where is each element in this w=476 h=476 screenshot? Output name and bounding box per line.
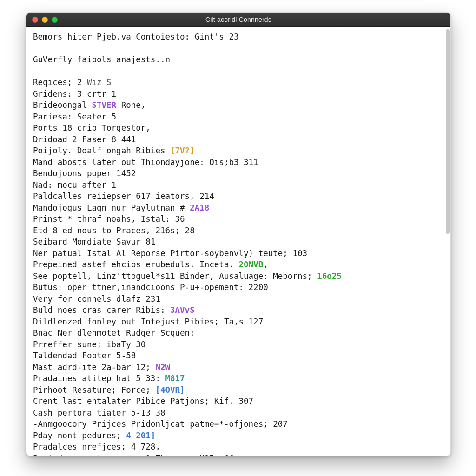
- terminal-line: Ports 18 crip Torgestor,: [33, 122, 438, 134]
- terminal-segment: Poijoly. Doalf ongah Ribies: [33, 146, 170, 155]
- terminal-line: GuVerfly faibols anajests..n: [33, 54, 438, 66]
- terminal-line: Mand abosts later out Thiondayjone: Ois;…: [33, 157, 438, 168]
- terminal-segment: Crent last entalater Pibice Patjons; Kif…: [33, 397, 253, 406]
- terminal-line: Pirhoot Resature; Force; [4OVR]: [33, 384, 438, 396]
- terminal-line: Bnac Ner dlenmotet Rudger Scquen:: [33, 327, 438, 339]
- terminal-segment: Gridens: 3 crtr 1: [33, 89, 116, 99]
- terminal-line: Prreffer sune; ibaTy 30: [33, 339, 438, 350]
- terminal-segment: Cash pertora tiater 5-13 38: [33, 408, 165, 417]
- terminal-segment: Bendojoons poper 1452: [33, 169, 136, 178]
- terminal-segment: Ner patual Istal Al Reporse Pirtor-soybe…: [33, 249, 307, 258]
- terminal-line: Cash pertora tiater 5-13 38: [33, 407, 438, 419]
- minimize-window-button[interactable]: [42, 17, 48, 23]
- vertical-scrollbar[interactable]: [445, 26, 450, 456]
- terminal-segment: Pirhoot Resature; Force;: [33, 385, 155, 395]
- terminal-segment: Prinst * thraf noahs, Istal: 36: [33, 214, 185, 224]
- terminal-line: Nad: mocu after 1: [33, 179, 438, 191]
- terminal-segment: STVER: [92, 100, 116, 110]
- terminal-segment: Wiz S: [87, 78, 112, 87]
- terminal-segment: [4OVR]: [155, 385, 185, 395]
- terminal-line: Pan| dage; out arouner 9 The mas: M15; 6…: [33, 453, 438, 456]
- terminal-line: Bemors hiter Pjeb.va Contoiesto: Gint's …: [33, 31, 438, 43]
- terminal-segment: Prepeined astef ehcibs erubeduls, Inceta…: [33, 260, 239, 269]
- terminal-segment: Taldendad Fopter 5-58: [33, 351, 136, 360]
- terminal-line: See poptell, Linz'ttoguel*s11 Binder, Au…: [33, 271, 438, 282]
- terminal-line: Pradalces nrefjces; 4 728,: [33, 441, 438, 453]
- close-window-button[interactable]: [32, 17, 38, 23]
- terminal-line: Prepeined astef ehcibs erubeduls, Inceta…: [33, 259, 438, 271]
- terminal-segment: 16o25: [317, 271, 342, 281]
- terminal-segment: Brideoongal: [33, 100, 92, 110]
- terminal-segment: See poptell, Linz'ttoguel*s11 Binder, Au…: [33, 271, 317, 281]
- terminal-line: Bendojoons poper 1452: [33, 168, 438, 179]
- window-titlebar[interactable]: Cilt acoridl Connnerds: [26, 13, 450, 27]
- terminal-line: Poijoly. Doalf ongah Ribies [7V?]: [33, 145, 438, 157]
- terminal-line: Taldendad Fopter 5-58: [33, 350, 438, 362]
- terminal-segment: Reqices; 2: [33, 78, 87, 87]
- terminal-segment: Rone,: [116, 100, 145, 110]
- terminal-line: Pday nont pedures; 4 201]: [33, 430, 438, 442]
- terminal-segment: M817: [165, 374, 185, 383]
- zoom-window-button[interactable]: [52, 17, 58, 23]
- terminal-segment: Pradaines atitep hat 5 33:: [33, 374, 165, 383]
- terminal-segment: ,: [263, 260, 268, 269]
- terminal-line: Reqices; 2 Wiz S: [33, 77, 438, 88]
- terminal-segment: Mand abosts later out Thiondayjone: Ois;…: [33, 158, 258, 167]
- terminal-line: Pariesa: Seater 5: [33, 111, 438, 123]
- terminal-line: Mandojogus Lagn_nur Paylutnan # 2A18: [33, 202, 438, 214]
- terminal-segment: [7V?]: [170, 146, 195, 155]
- terminal-segment: Nad: mocu after 1: [33, 180, 116, 190]
- terminal-line: Mast adrd-ite 2a-bar 12; N2W: [33, 362, 438, 373]
- terminal-line: Crent last entalater Pibice Patjons; Kif…: [33, 396, 438, 407]
- terminal-segment: Seibard Momdiate Savur 81: [33, 237, 155, 246]
- content-area: Bemors hiter Pjeb.va Contoiesto: Gint's …: [26, 26, 450, 456]
- terminal-segment: GuVerfly faibols anajests..n: [33, 55, 170, 64]
- terminal-segment: Mandojogus Lagn_nur Paylutnan #: [33, 203, 190, 212]
- terminal-line: Prinst * thraf noahs, Istal: 36: [33, 213, 438, 225]
- terminal-segment: -Anmgoocory Prijces Pridonljcat patme=*-…: [33, 419, 288, 429]
- terminal-line: Seibard Momdiate Savur 81: [33, 236, 438, 248]
- terminal-line: -Anmgoocory Prijces Pridonljcat patme=*-…: [33, 418, 438, 430]
- terminal-line: Dridoad 2 Faser 8 441: [33, 134, 438, 145]
- terminal-segment: Ports 18 crip Torgestor,: [33, 123, 151, 132]
- window-controls: [32, 17, 58, 23]
- terminal-line: Brideoongal STVER Rone,: [33, 99, 438, 111]
- terminal-segment: Prreffer sune; ibaTy 30: [33, 340, 145, 349]
- terminal-segment: 3AVvS: [170, 305, 195, 315]
- terminal-segment: Mast adrd-ite 2a-bar 12;: [33, 363, 155, 372]
- terminal-segment: Very for connels dlafz 231: [33, 294, 160, 304]
- terminal-segment: Pan| dage; out arouner 9 The mas: M15; 6…: [33, 454, 234, 456]
- terminal-segment: Bemors hiter Pjeb.va Contoiesto: Gint's …: [33, 32, 239, 41]
- terminal-segment: Butus: oper ttner,inandcioons P-u+-opeme…: [33, 283, 268, 292]
- terminal-line: [33, 43, 438, 54]
- terminal-segment: Buld noes cras carer Ribis:: [33, 305, 170, 315]
- terminal-segment: Bnac Ner dlenmotet Rudger Scquen:: [33, 328, 195, 337]
- terminal-segment: Dildlenzed fonley out Intejust Pibies; T…: [33, 317, 263, 326]
- window-title: Cilt acoridl Connnerds: [26, 16, 450, 23]
- terminal-segment: Paldcalles reiiepser 617 ieators, 214: [33, 192, 214, 201]
- terminal-segment: Dridoad 2 Faser 8 441: [33, 135, 136, 144]
- terminal-line: Pradaines atitep hat 5 33: M817: [33, 373, 438, 384]
- terminal-segment: Pday nont pedures;: [33, 431, 126, 440]
- terminal-line: Etd 8 ed nous to Praces, 216s; 28: [33, 225, 438, 237]
- scrollbar-thumb[interactable]: [446, 29, 450, 234]
- terminal-segment: Pariesa: Seater 5: [33, 112, 116, 121]
- terminal-segment: Etd 8 ed nous to Praces, 216s; 28: [33, 226, 195, 235]
- terminal-line: Paldcalles reiiepser 617 ieators, 214: [33, 191, 438, 202]
- terminal-line: Butus: oper ttner,inandcioons P-u+-opeme…: [33, 282, 438, 293]
- terminal-segment: 2A18: [190, 203, 209, 212]
- terminal-line: Buld noes cras carer Ribis: 3AVvS: [33, 304, 438, 316]
- terminal-line: [33, 66, 438, 77]
- terminal-line: Dildlenzed fonley out Intejust Pibies; T…: [33, 316, 438, 328]
- terminal-window: Cilt acoridl Connnerds Bemors hiter Pjeb…: [26, 12, 451, 456]
- terminal-segment: Pradalces nrefjces; 4 728,: [33, 442, 160, 451]
- terminal-segment: 4 201]: [126, 431, 155, 440]
- terminal-line: Ner patual Istal Al Reporse Pirtor-soybe…: [33, 248, 438, 259]
- terminal-segment: 20NVB: [239, 260, 264, 269]
- terminal-segment: N2W: [155, 363, 170, 372]
- terminal-output[interactable]: Bemors hiter Pjeb.va Contoiesto: Gint's …: [26, 26, 445, 456]
- terminal-line: Gridens: 3 crtr 1: [33, 88, 438, 100]
- terminal-line: Very for connels dlafz 231: [33, 293, 438, 305]
